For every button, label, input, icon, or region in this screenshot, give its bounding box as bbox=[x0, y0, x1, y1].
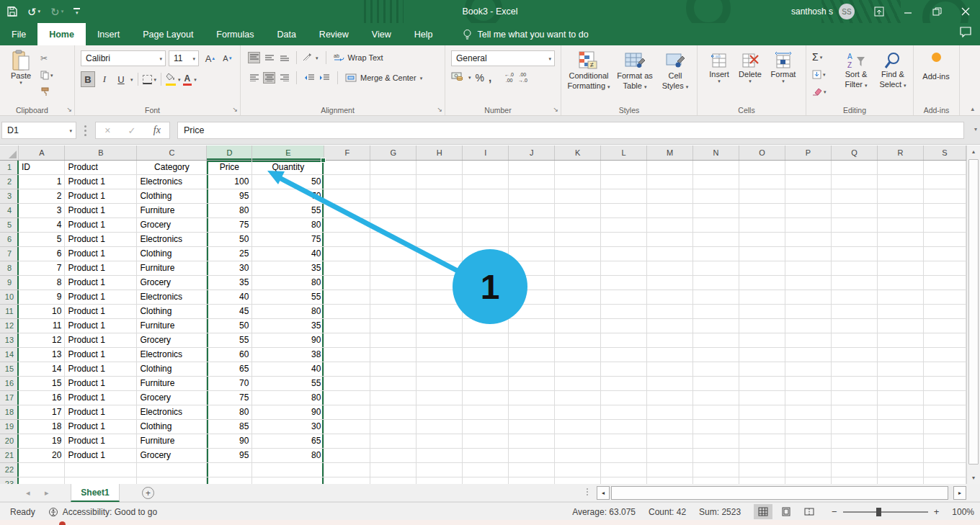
cell-C18[interactable]: Electronics bbox=[137, 405, 207, 419]
cell-L19[interactable] bbox=[601, 419, 647, 434]
cell-F22[interactable] bbox=[324, 462, 370, 477]
cell-Q19[interactable] bbox=[831, 419, 877, 434]
cell-J4[interactable] bbox=[509, 203, 555, 217]
cell-J7[interactable] bbox=[509, 246, 555, 261]
cell-O8[interactable] bbox=[739, 261, 785, 275]
tab-insert[interactable]: Insert bbox=[86, 23, 131, 45]
cell-K8[interactable] bbox=[555, 261, 601, 275]
row-header-21[interactable]: 21 bbox=[0, 448, 19, 462]
cell-F5[interactable] bbox=[324, 217, 370, 232]
cell-S6[interactable] bbox=[923, 232, 966, 246]
addins-button[interactable]: Add-ins bbox=[918, 53, 954, 81]
cell-A3[interactable]: 2 bbox=[19, 189, 65, 203]
cell-A20[interactable]: 19 bbox=[19, 434, 65, 448]
cell-G19[interactable] bbox=[370, 419, 416, 434]
cell-G20[interactable] bbox=[370, 434, 416, 448]
cell-A15[interactable]: 14 bbox=[19, 362, 65, 376]
bold-button[interactable]: B bbox=[81, 71, 95, 87]
cell-O14[interactable] bbox=[739, 347, 785, 362]
cell-O18[interactable] bbox=[739, 405, 785, 419]
cell-E7[interactable]: 40 bbox=[252, 246, 324, 261]
cell-D11[interactable]: 45 bbox=[207, 304, 252, 318]
cell-M22[interactable] bbox=[647, 462, 693, 477]
cell-M20[interactable] bbox=[647, 434, 693, 448]
cell-E18[interactable]: 90 bbox=[252, 405, 324, 419]
cell-L15[interactable] bbox=[601, 362, 647, 376]
cell-J15[interactable] bbox=[509, 362, 555, 376]
cell-R11[interactable] bbox=[877, 304, 923, 318]
cell-S4[interactable] bbox=[923, 203, 966, 217]
cell-B12[interactable]: Product 1 bbox=[65, 318, 137, 333]
cell-E15[interactable]: 40 bbox=[252, 362, 324, 376]
cell-F7[interactable] bbox=[324, 246, 370, 261]
row-header-23[interactable]: 23 bbox=[0, 477, 19, 484]
column-header-P[interactable]: P bbox=[785, 145, 832, 160]
cell-N22[interactable] bbox=[693, 462, 739, 477]
cell-L3[interactable] bbox=[601, 189, 647, 203]
cell-S16[interactable] bbox=[923, 376, 966, 390]
cell-Q12[interactable] bbox=[831, 318, 877, 333]
cell-C23[interactable] bbox=[137, 477, 207, 484]
cell-D10[interactable]: 40 bbox=[207, 290, 252, 304]
cell-M17[interactable] bbox=[647, 390, 693, 405]
accounting-dropdown[interactable]: ▾ bbox=[468, 75, 471, 80]
cell-I12[interactable] bbox=[463, 318, 509, 333]
cell-S17[interactable] bbox=[923, 390, 966, 405]
zoom-slider[interactable] bbox=[843, 511, 928, 513]
cell-L14[interactable] bbox=[601, 347, 647, 362]
cell-J9[interactable] bbox=[509, 275, 555, 290]
cell-I2[interactable] bbox=[463, 174, 509, 189]
cell-I8[interactable] bbox=[463, 261, 509, 275]
cell-F9[interactable] bbox=[324, 275, 370, 290]
cell-A1[interactable]: ID bbox=[19, 160, 65, 174]
cell-K15[interactable] bbox=[555, 362, 601, 376]
cell-C1[interactable]: Category bbox=[137, 160, 207, 174]
cell-F6[interactable] bbox=[324, 232, 370, 246]
zoom-in-button[interactable]: + bbox=[934, 506, 940, 517]
cell-B15[interactable]: Product 1 bbox=[65, 362, 137, 376]
fill-color-dropdown[interactable]: ▾ bbox=[178, 77, 181, 82]
cell-G12[interactable] bbox=[370, 318, 416, 333]
cell-E12[interactable]: 35 bbox=[252, 318, 324, 333]
cell-K9[interactable] bbox=[555, 275, 601, 290]
cell-A17[interactable]: 16 bbox=[19, 390, 65, 405]
cell-C5[interactable]: Grocery bbox=[137, 217, 207, 232]
avatar[interactable]: SS bbox=[839, 4, 855, 19]
orientation-button[interactable] bbox=[303, 53, 313, 63]
cell-M8[interactable] bbox=[647, 261, 693, 275]
cell-Q22[interactable] bbox=[831, 462, 877, 477]
cell-J14[interactable] bbox=[509, 347, 555, 362]
orientation-dropdown[interactable]: ▾ bbox=[316, 55, 318, 60]
cell-K19[interactable] bbox=[555, 419, 601, 434]
cell-R16[interactable] bbox=[877, 376, 923, 390]
cell-J20[interactable] bbox=[509, 434, 555, 448]
cell-F21[interactable] bbox=[324, 448, 370, 462]
borders-dropdown[interactable]: ▾ bbox=[154, 77, 157, 82]
cell-D12[interactable]: 50 bbox=[207, 318, 252, 333]
cell-L5[interactable] bbox=[601, 217, 647, 232]
cell-N8[interactable] bbox=[693, 261, 739, 275]
formula-input[interactable]: Price bbox=[177, 122, 964, 139]
cell-C17[interactable]: Grocery bbox=[137, 390, 207, 405]
middle-align-button[interactable] bbox=[263, 52, 275, 63]
paste-button[interactable]: Paste ▾ bbox=[6, 50, 36, 85]
row-header-18[interactable]: 18 bbox=[0, 405, 19, 419]
cell-E13[interactable]: 90 bbox=[252, 333, 324, 347]
cell-E2[interactable]: 50 bbox=[252, 174, 324, 189]
cell-N17[interactable] bbox=[693, 390, 739, 405]
cell-F17[interactable] bbox=[324, 390, 370, 405]
cell-I22[interactable] bbox=[463, 462, 509, 477]
cell-K22[interactable] bbox=[555, 462, 601, 477]
scroll-right-button[interactable]: ▸ bbox=[953, 486, 966, 500]
cell-D18[interactable]: 80 bbox=[207, 405, 252, 419]
cell-P15[interactable] bbox=[785, 362, 832, 376]
cell-S21[interactable] bbox=[923, 448, 966, 462]
cell-F23[interactable] bbox=[324, 477, 370, 484]
cell-B18[interactable]: Product 1 bbox=[65, 405, 137, 419]
cell-P10[interactable] bbox=[785, 290, 832, 304]
cell-H3[interactable] bbox=[416, 189, 463, 203]
cell-F11[interactable] bbox=[324, 304, 370, 318]
select-all-corner[interactable] bbox=[0, 145, 19, 160]
cell-G10[interactable] bbox=[370, 290, 416, 304]
cell-P5[interactable] bbox=[785, 217, 832, 232]
